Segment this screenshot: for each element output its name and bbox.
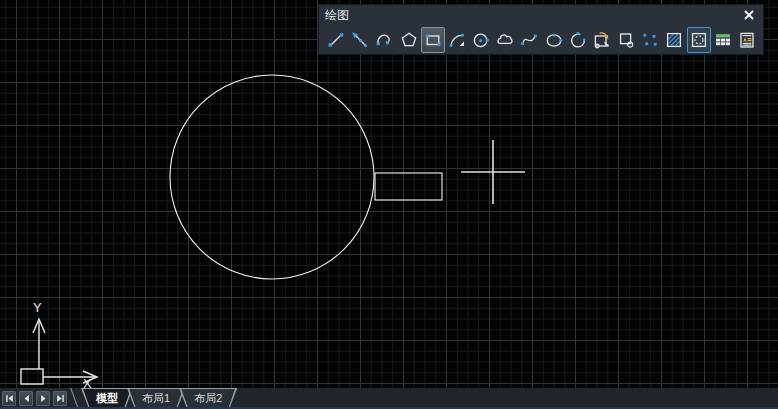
tab-model-label: 模型 (96, 391, 118, 406)
line-tool-icon[interactable] (324, 27, 348, 53)
insert-block-tool-icon[interactable] (590, 27, 614, 53)
gradient-tool-icon[interactable] (687, 27, 711, 53)
drawing-canvas[interactable]: Y X (0, 0, 778, 388)
rectangle-tool-icon[interactable] (421, 27, 445, 53)
point-tool-icon[interactable] (638, 27, 662, 53)
close-icon[interactable] (740, 7, 758, 23)
tab-bar-divider (70, 388, 79, 409)
ucs-icon (21, 319, 97, 384)
crosshair-cursor (461, 140, 525, 204)
tab-model[interactable]: 模型 (81, 388, 133, 409)
circle-tool-icon[interactable] (469, 27, 493, 53)
draw-toolbar-title: 绘图 (325, 5, 349, 25)
cad-application-window: Y X 绘图 (0, 0, 778, 409)
make-block-tool-icon[interactable] (614, 27, 638, 53)
draw-toolbar-titlebar[interactable]: 绘图 (319, 5, 763, 25)
tab-layout1-label: 布局1 (142, 391, 170, 406)
spline-tool-icon[interactable] (517, 27, 541, 53)
tab-layout2-label: 布局2 (194, 391, 222, 406)
ellipse-arc-tool-icon[interactable] (566, 27, 590, 53)
tab-layout1[interactable]: 布局1 (127, 388, 185, 409)
layout-tab-bar: 模型 布局1 布局2 (0, 388, 778, 409)
draw-toolbar-tools (319, 25, 763, 54)
previous-tab-icon[interactable] (19, 391, 33, 406)
arc-tool-icon[interactable] (445, 27, 469, 53)
ellipse-tool-icon[interactable] (542, 27, 566, 53)
construction-line-tool-icon[interactable] (348, 27, 372, 53)
polygon-tool-icon[interactable] (397, 27, 421, 53)
multiline-text-tool-icon[interactable] (735, 27, 759, 53)
canvas-geometry: Y X (0, 0, 778, 388)
hatch-tool-icon[interactable] (662, 27, 686, 53)
tab-strip: 模型 布局1 布局2 (81, 388, 237, 409)
next-tab-icon[interactable] (36, 391, 50, 406)
last-tab-icon[interactable] (53, 391, 67, 406)
polyline-tool-icon[interactable] (372, 27, 396, 53)
drawn-circle (170, 75, 374, 279)
draw-toolbar: 绘图 (318, 4, 764, 55)
drawn-rectangle (375, 173, 442, 200)
ucs-x-label: X (83, 376, 92, 388)
ucs-y-label: Y (33, 300, 42, 315)
tab-navigation (0, 388, 70, 409)
first-tab-icon[interactable] (2, 391, 16, 406)
revision-cloud-tool-icon[interactable] (493, 27, 517, 53)
tab-layout2[interactable]: 布局2 (179, 388, 237, 409)
table-tool-icon[interactable] (711, 27, 735, 53)
